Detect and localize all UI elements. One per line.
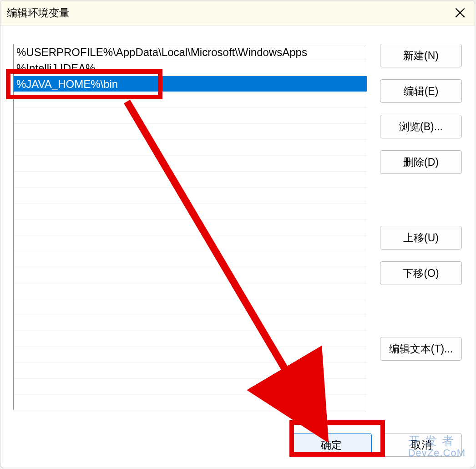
list-row-empty[interactable] [14, 363, 367, 379]
delete-button[interactable]: 删除(D) [380, 150, 462, 174]
list-row[interactable]: %USERPROFILE%\AppData\Local\Microsoft\Wi… [14, 44, 367, 60]
movedown-button[interactable]: 下移(O) [380, 261, 462, 285]
list-row-empty[interactable] [14, 315, 367, 331]
dialog-title: 编辑环境变量 [7, 6, 70, 20]
env-var-listbox[interactable]: %USERPROFILE%\AppData\Local\Microsoft\Wi… [13, 44, 367, 410]
list-row-empty[interactable] [14, 283, 367, 299]
list-row-empty[interactable] [14, 172, 367, 188]
list-row-empty[interactable] [14, 267, 367, 283]
watermark: 开 发 者 DevZe.CoM [408, 434, 466, 459]
moveup-button[interactable]: 上移(U) [380, 226, 462, 250]
list-row-empty[interactable] [14, 251, 367, 267]
close-icon [455, 8, 465, 18]
browse-button[interactable]: 浏览(B)... [380, 115, 462, 138]
watermark-line2: DevZe.CoM [408, 448, 466, 459]
list-row-empty[interactable] [14, 108, 367, 124]
button-sidebar: 新建(N) 编辑(E) 浏览(B)... 删除(D) 上移(U) 下移(O) 编… [380, 44, 462, 422]
edittext-button[interactable]: 编辑文本(T)... [380, 337, 462, 361]
titlebar: 编辑环境变量 [0, 0, 475, 25]
list-row[interactable]: %JAVA_HOME%\bin [14, 76, 367, 92]
ok-button[interactable]: 确定 [291, 433, 372, 457]
list-row-empty[interactable] [14, 140, 367, 156]
list-row-empty[interactable] [14, 219, 367, 235]
close-button[interactable] [450, 3, 470, 23]
watermark-line1: 开 发 者 [408, 434, 466, 448]
list-row-empty[interactable] [14, 379, 367, 395]
list-row-empty[interactable] [14, 156, 367, 172]
list-row-empty[interactable] [14, 92, 367, 108]
list-row-empty[interactable] [14, 347, 367, 363]
edit-button[interactable]: 编辑(E) [380, 79, 462, 103]
list-row[interactable]: %IntelliJ IDEA% [14, 60, 367, 76]
env-var-edit-dialog: 编辑环境变量 %USERPROFILE%\AppData\Local\Micro… [0, 0, 475, 468]
new-button[interactable]: 新建(N) [380, 44, 462, 67]
list-row-empty[interactable] [14, 235, 367, 251]
list-row-empty[interactable] [14, 124, 367, 140]
list-row-empty[interactable] [14, 204, 367, 219]
list-row-empty[interactable] [14, 299, 367, 315]
list-row-empty[interactable] [14, 395, 367, 410]
list-row-empty[interactable] [14, 188, 367, 204]
dialog-content: %USERPROFILE%\AppData\Local\Microsoft\Wi… [0, 25, 475, 422]
list-row-empty[interactable] [14, 331, 367, 347]
